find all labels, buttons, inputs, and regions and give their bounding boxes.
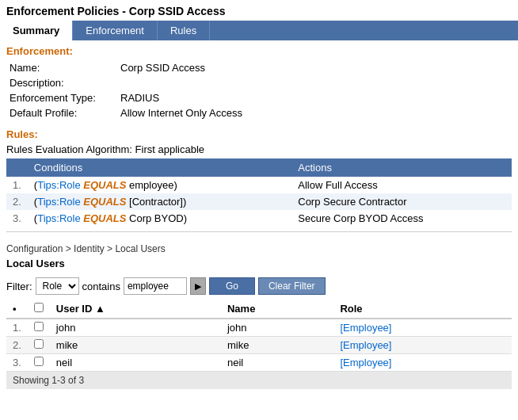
- tab-rules[interactable]: Rules: [158, 21, 210, 40]
- enforcement-profile-value: Allow Internet Only Access: [117, 105, 512, 120]
- row-num: 1.: [6, 319, 28, 337]
- user-id-cell-3: neil: [50, 354, 221, 372]
- eval-algorithm-text: Rules Evaluation Algorithm: First applic…: [0, 142, 518, 158]
- users-id-header[interactable]: User ID ▲: [50, 300, 221, 319]
- enforcement-name-value: Corp SSID Access: [117, 60, 512, 75]
- enforcement-name-row: Name: Corp SSID Access: [6, 60, 512, 75]
- table-row: 1. john john [Employee]: [6, 319, 512, 337]
- enforcement-desc-label: Description:: [6, 75, 117, 90]
- table-row: 1. (Tips:Role EQUALS employee) Allow Ful…: [6, 177, 512, 193]
- go-button[interactable]: Go: [209, 277, 255, 295]
- showing-text: Showing 1-3 of 3: [6, 372, 512, 389]
- action-cell-2: Corp Secure Contractor: [291, 193, 512, 210]
- enforcement-desc-row: Description:: [6, 75, 512, 90]
- conditions-table: Conditions Actions 1. (Tips:Role EQUALS …: [6, 158, 512, 227]
- enforcement-type-row: Enforcement Type: RADIUS: [6, 90, 512, 105]
- tips-link-3[interactable]: Tips:Role: [37, 212, 80, 224]
- user-name-cell-3: neil: [221, 354, 333, 372]
- user-name-cell-2: mike: [221, 337, 333, 354]
- enforcement-section-label: Enforcement:: [6, 45, 512, 57]
- tab-enforcement[interactable]: Enforcement: [73, 21, 158, 40]
- condition-cell-2: (Tips:Role EQUALS [Contractor]): [28, 193, 291, 210]
- breadcrumb: Configuration > Identity > Local Users: [0, 237, 518, 256]
- row-num: 3.: [6, 354, 28, 372]
- enforcement-info-table: Name: Corp SSID Access Description: Enfo…: [6, 60, 512, 120]
- check-col: [28, 354, 50, 372]
- enforcement-name-label: Name:: [6, 60, 117, 75]
- filter-select[interactable]: Role: [36, 277, 79, 295]
- enforcement-profile-label: Default Profile:: [6, 105, 117, 120]
- filter-contains-label: contains: [82, 281, 120, 292]
- divider: [6, 231, 512, 232]
- page-title: Enforcement Policies - Corp SSID Access: [0, 0, 518, 21]
- action-cell-1: Allow Full Access: [291, 177, 512, 193]
- enforcement-profile-row: Default Profile: Allow Internet Only Acc…: [6, 105, 512, 120]
- row-num: 3.: [6, 210, 28, 227]
- enforcement-type-value: RADIUS: [117, 90, 512, 105]
- user-role-cell-3: [Employee]: [333, 354, 512, 372]
- users-table: • User ID ▲ Name Role 1. john john [Empl…: [6, 300, 512, 372]
- actions-col-header: Actions: [291, 158, 512, 177]
- user-id-cell-2: mike: [50, 337, 221, 354]
- equals-1: EQUALS: [83, 179, 126, 191]
- table-row: 2. (Tips:Role EQUALS [Contractor]) Corp …: [6, 193, 512, 210]
- tabs-bar: Summary Enforcement Rules: [0, 21, 518, 40]
- tips-link-2[interactable]: Tips:Role: [37, 196, 80, 208]
- enforcement-section: Enforcement: Name: Corp SSID Access Desc…: [0, 40, 518, 125]
- clear-filter-button[interactable]: Clear Filter: [258, 277, 326, 295]
- users-check-header: [28, 300, 50, 319]
- user-role-cell-2: [Employee]: [333, 337, 512, 354]
- condition-cell-1: (Tips:Role EQUALS employee): [28, 177, 291, 193]
- user-id-cell-1: john: [50, 319, 221, 337]
- table-row: 3. (Tips:Role EQUALS Corp BYOD) Secure C…: [6, 210, 512, 227]
- conditions-num-header: [6, 158, 28, 177]
- filter-bar: Filter: Role contains ▶ Go Clear Filter: [0, 273, 518, 300]
- enforcement-desc-value: [117, 75, 512, 90]
- filter-arrow-button[interactable]: ▶: [190, 277, 206, 295]
- condition-cell-3: (Tips:Role EQUALS Corp BYOD): [28, 210, 291, 227]
- tab-summary[interactable]: Summary: [0, 21, 73, 40]
- row-num: 1.: [6, 177, 28, 193]
- row-num: 2.: [6, 193, 28, 210]
- tips-link-1[interactable]: Tips:Role: [37, 179, 80, 191]
- users-name-header: Name: [221, 300, 333, 319]
- select-all-checkbox[interactable]: [34, 303, 44, 312]
- users-header-row: • User ID ▲ Name Role: [6, 300, 512, 319]
- check-col: [28, 319, 50, 337]
- user-name-cell-1: john: [221, 319, 333, 337]
- row-num: 2.: [6, 337, 28, 354]
- filter-label: Filter:: [6, 281, 32, 292]
- conditions-header-row: Conditions Actions: [6, 158, 512, 177]
- equals-2: EQUALS: [83, 196, 126, 208]
- filter-value-input[interactable]: [124, 277, 187, 295]
- conditions-col-header: Conditions: [28, 158, 291, 177]
- users-bullet-header: •: [6, 300, 28, 319]
- user-checkbox-3[interactable]: [34, 357, 44, 366]
- user-checkbox-2[interactable]: [34, 339, 44, 349]
- table-row: 2. mike mike [Employee]: [6, 337, 512, 354]
- table-row: 3. neil neil [Employee]: [6, 354, 512, 372]
- check-col: [28, 337, 50, 354]
- user-role-cell-1: [Employee]: [333, 319, 512, 337]
- enforcement-type-label: Enforcement Type:: [6, 90, 117, 105]
- action-cell-3: Secure Corp BYOD Access: [291, 210, 512, 227]
- rules-section-label: Rules:: [6, 128, 518, 140]
- user-checkbox-1[interactable]: [34, 322, 44, 331]
- local-users-title: Local Users: [0, 256, 518, 273]
- equals-3: EQUALS: [83, 212, 126, 224]
- users-role-header: Role: [333, 300, 512, 319]
